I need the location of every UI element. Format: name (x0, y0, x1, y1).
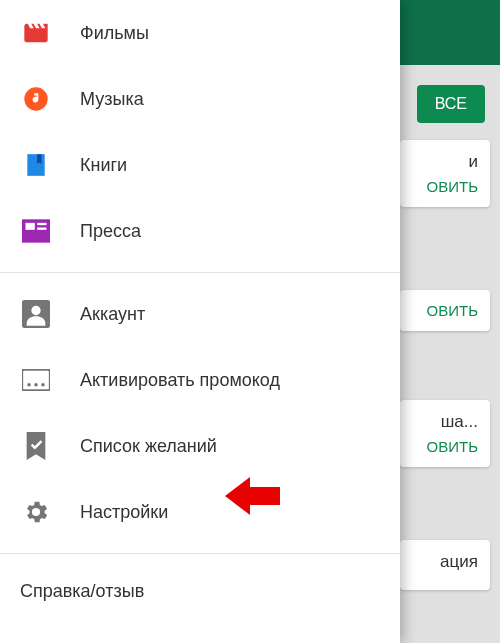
sidebar-item-label: Список желаний (80, 436, 217, 457)
news-icon (20, 215, 52, 247)
bg-card-text: ша... (412, 412, 478, 432)
sidebar-item-label: Аккаунт (80, 304, 145, 325)
svg-point-10 (41, 383, 45, 387)
svg-rect-2 (26, 223, 35, 230)
bg-card-text: и (412, 152, 478, 172)
sidebar-item-account[interactable]: Аккаунт (0, 281, 400, 347)
sidebar-item-movies[interactable]: Фильмы (0, 0, 400, 66)
menu-divider (0, 553, 400, 554)
account-icon (20, 298, 52, 330)
sidebar-item-music[interactable]: Музыка (0, 66, 400, 132)
bg-card: ша... ОВИТЬ (400, 400, 490, 467)
music-icon (20, 83, 52, 115)
settings-icon (20, 496, 52, 528)
sidebar-item-settings[interactable]: Настройки (0, 479, 400, 545)
promo-icon (20, 364, 52, 396)
sidebar-item-label: Настройки (80, 502, 168, 523)
all-button[interactable]: ВСЕ (417, 85, 485, 123)
svg-rect-7 (22, 370, 50, 391)
menu-divider (0, 272, 400, 273)
bg-card-action[interactable]: ОВИТЬ (412, 438, 478, 455)
sidebar-item-news[interactable]: Пресса (0, 198, 400, 264)
sidebar-item-books[interactable]: Книги (0, 132, 400, 198)
bg-card-action[interactable]: ОВИТЬ (412, 302, 478, 319)
bg-card-action[interactable]: ОВИТЬ (412, 178, 478, 195)
svg-point-6 (31, 306, 40, 315)
svg-rect-4 (37, 228, 46, 230)
svg-point-8 (27, 383, 31, 387)
sidebar-item-label: Книги (80, 155, 127, 176)
bg-card: ация (400, 540, 490, 590)
sidebar-item-label: Пресса (80, 221, 141, 242)
books-icon (20, 149, 52, 181)
bg-card: и ОВИТЬ (400, 140, 490, 207)
svg-rect-3 (37, 223, 46, 225)
sidebar-item-promo[interactable]: Активировать промокод (0, 347, 400, 413)
bg-card: ОВИТЬ (400, 290, 490, 331)
sidebar-item-label: Фильмы (80, 23, 149, 44)
sidebar-item-wishlist[interactable]: Список желаний (0, 413, 400, 479)
navigation-drawer: Фильмы Музыка Книги Пресса Аккаунт Актив… (0, 0, 400, 643)
wishlist-icon (20, 430, 52, 462)
bg-card-text: ация (412, 552, 478, 572)
sidebar-item-label: Активировать промокод (80, 370, 280, 391)
annotation-arrow (225, 477, 280, 519)
sidebar-item-label: Музыка (80, 89, 144, 110)
movies-icon (20, 17, 52, 49)
svg-rect-1 (22, 219, 50, 242)
svg-point-9 (34, 383, 38, 387)
sidebar-item-help[interactable]: Справка/отзыв (0, 562, 400, 621)
